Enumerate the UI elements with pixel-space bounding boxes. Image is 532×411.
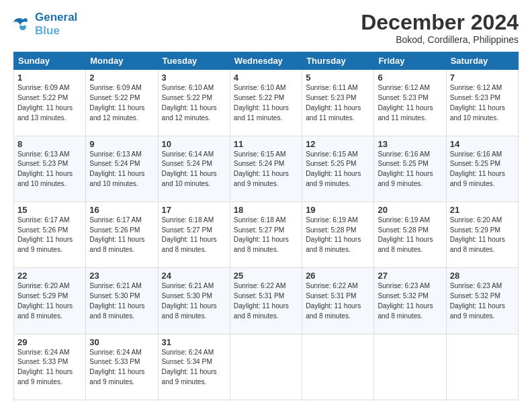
table-row: 19 Sunrise: 6:19 AM Sunset: 5:28 PM Dayl… xyxy=(302,201,374,267)
table-row: 22 Sunrise: 6:20 AM Sunset: 5:29 PM Dayl… xyxy=(14,268,86,334)
sunrise-text: Sunrise: 6:19 AM xyxy=(306,216,358,224)
day-number: 9 xyxy=(89,139,154,149)
sunset-text: Sunset: 5:23 PM xyxy=(378,94,428,101)
sunset-text: Sunset: 5:30 PM xyxy=(89,292,140,300)
day-info: Sunrise: 6:12 AM Sunset: 5:23 PM Dayligh… xyxy=(450,83,515,123)
day-info: Sunrise: 6:09 AM Sunset: 5:22 PM Dayligh… xyxy=(17,83,82,123)
sunset-text: Sunset: 5:27 PM xyxy=(234,226,284,234)
day-info: Sunrise: 6:11 AM Sunset: 5:23 PM Dayligh… xyxy=(306,83,370,123)
day-number: 11 xyxy=(234,139,298,149)
sunset-text: Sunset: 5:26 PM xyxy=(17,226,68,234)
logo: General Blue xyxy=(13,11,77,37)
day-info: Sunrise: 6:20 AM Sunset: 5:29 PM Dayligh… xyxy=(17,281,82,321)
table-row: 7 Sunrise: 6:12 AM Sunset: 5:23 PM Dayli… xyxy=(446,70,518,136)
table-row: 3 Sunrise: 6:10 AM Sunset: 5:22 PM Dayli… xyxy=(158,70,230,136)
day-info: Sunrise: 6:16 AM Sunset: 5:25 PM Dayligh… xyxy=(450,150,515,189)
col-sunday: Sunday xyxy=(14,52,86,70)
daylight-text: Daylight: 11 hours and 12 minutes. xyxy=(89,104,144,122)
daylight-text: Daylight: 11 hours and 9 minutes. xyxy=(378,170,433,187)
daylight-text: Daylight: 11 hours and 8 minutes. xyxy=(378,302,433,320)
day-info: Sunrise: 6:18 AM Sunset: 5:27 PM Dayligh… xyxy=(162,216,226,255)
sunrise-text: Sunrise: 6:13 AM xyxy=(89,150,142,158)
day-info: Sunrise: 6:24 AM Sunset: 5:33 PM Dayligh… xyxy=(89,348,154,387)
daylight-text: Daylight: 11 hours and 8 minutes. xyxy=(17,302,73,320)
daylight-text: Daylight: 11 hours and 8 minutes. xyxy=(162,236,217,253)
daylight-text: Daylight: 11 hours and 9 minutes. xyxy=(450,302,505,320)
table-row: 28 Sunrise: 6:23 AM Sunset: 5:32 PM Dayl… xyxy=(446,268,518,334)
day-info: Sunrise: 6:22 AM Sunset: 5:31 PM Dayligh… xyxy=(306,281,370,321)
sunset-text: Sunset: 5:28 PM xyxy=(378,226,428,234)
sunset-text: Sunset: 5:26 PM xyxy=(89,226,140,234)
sunrise-text: Sunrise: 6:20 AM xyxy=(450,216,502,224)
daylight-text: Daylight: 11 hours and 8 minutes. xyxy=(234,236,289,253)
day-number: 10 xyxy=(162,139,226,149)
day-number: 27 xyxy=(378,271,442,281)
day-number: 12 xyxy=(306,139,370,149)
sunrise-text: Sunrise: 6:12 AM xyxy=(450,84,502,91)
day-info: Sunrise: 6:13 AM Sunset: 5:23 PM Dayligh… xyxy=(17,150,82,189)
sunrise-text: Sunrise: 6:10 AM xyxy=(234,84,286,91)
day-number: 29 xyxy=(17,337,82,347)
sunset-text: Sunset: 5:31 PM xyxy=(234,292,284,300)
logo-text: General Blue xyxy=(35,11,77,37)
day-number: 5 xyxy=(306,73,370,83)
sunrise-text: Sunrise: 6:09 AM xyxy=(17,84,70,91)
sunset-text: Sunset: 5:32 PM xyxy=(378,292,428,300)
day-number: 18 xyxy=(234,205,298,215)
day-info: Sunrise: 6:09 AM Sunset: 5:22 PM Dayligh… xyxy=(89,83,154,123)
day-info: Sunrise: 6:20 AM Sunset: 5:29 PM Dayligh… xyxy=(450,216,515,255)
table-row: 4 Sunrise: 6:10 AM Sunset: 5:22 PM Dayli… xyxy=(230,70,302,136)
sunrise-text: Sunrise: 6:18 AM xyxy=(234,216,286,224)
table-row: 25 Sunrise: 6:22 AM Sunset: 5:31 PM Dayl… xyxy=(230,268,302,334)
table-row: 21 Sunrise: 6:20 AM Sunset: 5:29 PM Dayl… xyxy=(446,201,518,267)
calendar-week-row: 22 Sunrise: 6:20 AM Sunset: 5:29 PM Dayl… xyxy=(14,268,519,334)
sunset-text: Sunset: 5:30 PM xyxy=(162,292,212,300)
sunrise-text: Sunrise: 6:24 AM xyxy=(17,349,70,356)
daylight-text: Daylight: 11 hours and 13 minutes. xyxy=(17,104,73,122)
sunrise-text: Sunrise: 6:21 AM xyxy=(162,282,214,289)
day-number: 26 xyxy=(306,271,370,281)
day-info: Sunrise: 6:23 AM Sunset: 5:32 PM Dayligh… xyxy=(378,281,442,321)
day-number: 22 xyxy=(17,271,82,281)
sunset-text: Sunset: 5:31 PM xyxy=(306,292,356,300)
col-thursday: Thursday xyxy=(302,52,374,70)
sunset-text: Sunset: 5:27 PM xyxy=(162,226,212,234)
sunrise-text: Sunrise: 6:23 AM xyxy=(450,282,502,289)
day-info: Sunrise: 6:19 AM Sunset: 5:28 PM Dayligh… xyxy=(378,216,442,255)
sunrise-text: Sunrise: 6:19 AM xyxy=(378,216,430,224)
table-row: 14 Sunrise: 6:16 AM Sunset: 5:25 PM Dayl… xyxy=(446,136,518,201)
daylight-text: Daylight: 11 hours and 8 minutes. xyxy=(89,302,144,320)
col-saturday: Saturday xyxy=(446,52,518,70)
day-info: Sunrise: 6:13 AM Sunset: 5:24 PM Dayligh… xyxy=(89,150,154,189)
daylight-text: Daylight: 11 hours and 11 minutes. xyxy=(378,104,433,122)
sunrise-text: Sunrise: 6:10 AM xyxy=(162,84,214,91)
daylight-text: Daylight: 11 hours and 9 minutes. xyxy=(17,236,73,253)
sunrise-text: Sunrise: 6:14 AM xyxy=(162,150,214,158)
day-number: 2 xyxy=(89,73,154,83)
table-row: 31 Sunrise: 6:24 AM Sunset: 5:34 PM Dayl… xyxy=(158,334,230,400)
day-info: Sunrise: 6:17 AM Sunset: 5:26 PM Dayligh… xyxy=(17,216,82,255)
table-row: 26 Sunrise: 6:22 AM Sunset: 5:31 PM Dayl… xyxy=(302,268,374,334)
day-number: 17 xyxy=(162,205,226,215)
sunset-text: Sunset: 5:25 PM xyxy=(378,160,428,167)
table-row: 30 Sunrise: 6:24 AM Sunset: 5:33 PM Dayl… xyxy=(86,334,158,400)
daylight-text: Daylight: 11 hours and 8 minutes. xyxy=(306,236,361,253)
calendar-header-row: Sunday Monday Tuesday Wednesday Thursday… xyxy=(14,52,519,70)
table-row: 16 Sunrise: 6:17 AM Sunset: 5:26 PM Dayl… xyxy=(86,201,158,267)
day-info: Sunrise: 6:10 AM Sunset: 5:22 PM Dayligh… xyxy=(162,83,226,123)
calendar-body: 1 Sunrise: 6:09 AM Sunset: 5:22 PM Dayli… xyxy=(14,70,519,400)
sunset-text: Sunset: 5:24 PM xyxy=(162,160,212,167)
sunset-text: Sunset: 5:28 PM xyxy=(306,226,356,234)
table-row: 1 Sunrise: 6:09 AM Sunset: 5:22 PM Dayli… xyxy=(14,70,86,136)
daylight-text: Daylight: 11 hours and 9 minutes. xyxy=(17,368,73,385)
calendar-title: December 2024 xyxy=(361,11,519,34)
day-number: 8 xyxy=(17,139,82,149)
sunset-text: Sunset: 5:22 PM xyxy=(234,94,284,101)
day-number: 1 xyxy=(17,73,82,83)
day-number: 21 xyxy=(450,205,515,215)
day-info: Sunrise: 6:18 AM Sunset: 5:27 PM Dayligh… xyxy=(234,216,298,255)
table-row: 17 Sunrise: 6:18 AM Sunset: 5:27 PM Dayl… xyxy=(158,201,230,267)
daylight-text: Daylight: 11 hours and 12 minutes. xyxy=(162,104,217,122)
sunset-text: Sunset: 5:22 PM xyxy=(89,94,140,101)
daylight-text: Daylight: 11 hours and 8 minutes. xyxy=(378,236,433,253)
